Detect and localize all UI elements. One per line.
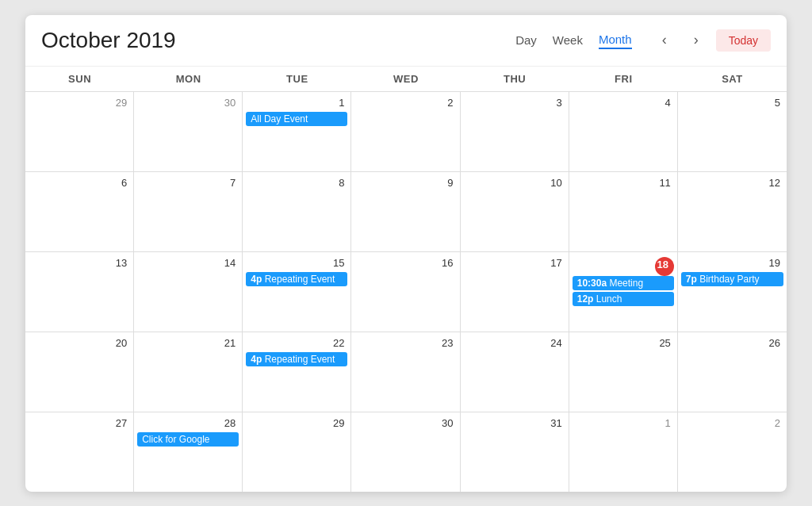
day-cell[interactable]: 4 [569, 92, 678, 171]
day-number-other-month: 30 [137, 97, 239, 112]
day-header: Tue [243, 67, 351, 91]
day-cell[interactable]: 21 [134, 332, 243, 412]
day-header: Wed [351, 67, 460, 91]
day-cell[interactable]: 224p Repeating Event [243, 332, 351, 412]
day-cell[interactable]: 1All Day Event [243, 92, 351, 171]
day-cell[interactable]: 154p Repeating Event [243, 252, 351, 332]
day-number: 2 [354, 97, 456, 112]
nav-buttons: ‹ › Today [653, 29, 771, 52]
day-number: 29 [246, 417, 347, 432]
calendar-event[interactable]: 12p Lunch [573, 292, 674, 306]
next-button[interactable]: › [684, 29, 708, 52]
event-time: 7p [686, 274, 697, 285]
day-cell[interactable]: 3 [461, 92, 569, 171]
day-cell[interactable]: 14 [134, 252, 243, 332]
prev-button[interactable]: ‹ [653, 29, 676, 52]
day-cell[interactable]: 24 [461, 332, 569, 412]
event-time: 12p [577, 293, 594, 305]
event-time: 4p [251, 274, 262, 285]
day-cell[interactable]: 30 [351, 412, 460, 492]
day-cell[interactable]: 13 [25, 252, 134, 332]
day-cell[interactable]: 23 [351, 332, 460, 412]
day-number: 30 [354, 417, 456, 432]
day-cell[interactable]: 20 [25, 332, 134, 412]
calendar-event[interactable]: 4p Repeating Event [246, 352, 347, 366]
day-number: 19 [681, 257, 783, 272]
weeks: 29301All Day Event234567891011121314154p… [25, 92, 787, 492]
day-number: 3 [464, 97, 565, 112]
day-cell[interactable]: 7 [134, 172, 243, 251]
day-cell[interactable]: 8 [243, 172, 351, 251]
day-cell[interactable]: 9 [351, 172, 460, 251]
day-number: 27 [29, 417, 130, 432]
day-number-other-month: 2 [681, 417, 783, 432]
day-cell[interactable]: 11 [569, 172, 678, 251]
event-label: Lunch [596, 293, 622, 305]
day-number: 23 [354, 337, 456, 352]
day-cell[interactable]: 17 [461, 252, 569, 332]
day-number: 31 [464, 417, 565, 432]
day-header: Fri [569, 67, 678, 91]
day-cell[interactable]: 2 [351, 92, 460, 171]
day-number: 5 [681, 97, 783, 112]
event-label: Repeating Event [265, 354, 335, 365]
day-number: 20 [29, 337, 130, 352]
day-header: Sun [25, 67, 134, 91]
day-number: 21 [137, 337, 239, 352]
day-number: 12 [681, 177, 783, 192]
day-number: 4 [573, 97, 674, 112]
day-cell[interactable]: 26 [678, 332, 787, 412]
day-cell[interactable]: 29 [25, 92, 134, 171]
week-row: 6789101112 [25, 172, 787, 252]
day-cell[interactable]: 1810:30a Meeting12p Lunch [569, 252, 678, 332]
calendar-event[interactable]: 10:30a Meeting [573, 276, 674, 290]
day-cell[interactable]: 197p Birthday Party [678, 252, 787, 332]
day-cell[interactable]: 1 [569, 412, 678, 492]
day-number: 16 [354, 257, 456, 272]
day-cell[interactable]: 16 [351, 252, 460, 332]
day-number-other-month: 29 [29, 97, 130, 112]
day-cell[interactable]: 25 [569, 332, 678, 412]
day-number: 10 [464, 177, 565, 192]
day-number: 8 [246, 177, 347, 192]
today-button[interactable]: Today [716, 29, 771, 52]
calendar-title: October 2019 [41, 28, 503, 53]
view-day-button[interactable]: Day [515, 32, 537, 48]
day-number: 1 [246, 97, 347, 112]
calendar-event[interactable]: All Day Event [246, 112, 347, 126]
day-number-today: 18 [655, 257, 674, 276]
day-number: 14 [137, 257, 239, 272]
day-number: 13 [29, 257, 130, 272]
day-cell[interactable]: 5 [678, 92, 787, 171]
view-week-button[interactable]: Week [553, 32, 583, 48]
day-number: 25 [573, 337, 674, 352]
event-time: 10:30a [577, 278, 607, 289]
week-row: 2021224p Repeating Event23242526 [25, 332, 787, 412]
day-number: 17 [464, 257, 565, 272]
day-cell[interactable]: 28Click for Google [134, 412, 243, 492]
day-header: Thu [461, 67, 569, 91]
day-headers: SunMonTueWedThuFriSat [25, 67, 787, 92]
day-cell[interactable]: 27 [25, 412, 134, 492]
day-header: Sat [678, 67, 787, 91]
day-number: 6 [29, 177, 130, 192]
calendar-event[interactable]: Click for Google [137, 432, 239, 447]
day-cell[interactable]: 6 [25, 172, 134, 251]
day-cell[interactable]: 12 [678, 172, 787, 251]
calendar-header: October 2019 Day Week Month ‹ › Today [25, 15, 787, 67]
day-number: 24 [464, 337, 565, 352]
day-cell[interactable]: 29 [243, 412, 351, 492]
day-cell[interactable]: 31 [461, 412, 569, 492]
view-buttons: Day Week Month [515, 31, 631, 49]
calendar-event[interactable]: 4p Repeating Event [246, 272, 347, 286]
view-month-button[interactable]: Month [599, 31, 632, 49]
event-label: Birthday Party [699, 274, 759, 285]
day-cell[interactable]: 2 [678, 412, 787, 492]
day-cell[interactable]: 10 [461, 172, 569, 251]
event-time: 4p [251, 354, 262, 365]
day-number: 9 [354, 177, 456, 192]
day-number: 11 [573, 177, 674, 192]
day-cell[interactable]: 30 [134, 92, 243, 171]
calendar-event[interactable]: 7p Birthday Party [681, 272, 783, 286]
week-row: 29301All Day Event2345 [25, 92, 787, 172]
